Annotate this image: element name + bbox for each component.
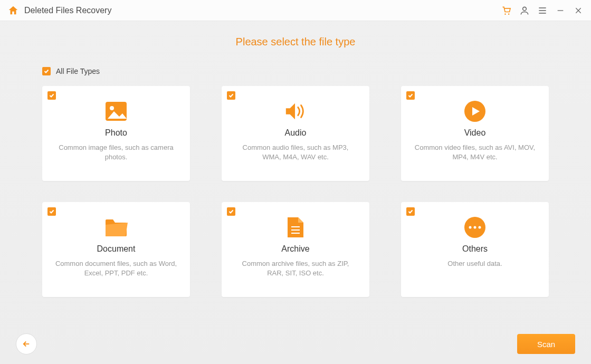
audio-icon (284, 100, 307, 123)
titlebar-actions (501, 5, 584, 16)
svg-point-17 (469, 226, 472, 229)
archive-checkbox[interactable] (227, 207, 235, 216)
card-archive[interactable]: Archive Common archive files, such as ZI… (222, 202, 369, 297)
all-types-label: All File Types (56, 67, 100, 75)
card-photo[interactable]: Photo Common image files, such as camera… (42, 86, 190, 181)
folder-icon (104, 216, 128, 239)
card-title: Document (97, 244, 136, 254)
svg-point-0 (504, 13, 506, 14)
all-types-checkbox[interactable] (42, 67, 51, 75)
card-video[interactable]: Video Common video files, such as AVI, M… (401, 86, 549, 181)
photo-checkbox[interactable] (47, 91, 56, 100)
svg-point-19 (479, 226, 481, 229)
file-type-grid: Photo Common image files, such as camera… (42, 86, 549, 297)
svg-point-1 (508, 13, 510, 14)
others-checkbox[interactable] (406, 207, 415, 216)
all-file-types-row[interactable]: All File Types (42, 67, 549, 75)
card-title: Archive (281, 244, 309, 254)
main-content: Please select the file type All File Typ… (0, 21, 591, 297)
document-checkbox[interactable] (47, 207, 56, 216)
photo-icon (104, 100, 128, 123)
svg-point-10 (110, 106, 114, 110)
svg-point-2 (523, 7, 527, 11)
card-title: Audio (285, 128, 307, 138)
card-desc: Common image files, such as camera photo… (42, 143, 190, 162)
card-desc: Common video files, such as AVI, MOV, MP… (401, 143, 549, 162)
heading: Please select the file type (42, 36, 549, 48)
audio-checkbox[interactable] (227, 91, 235, 100)
minimize-icon[interactable] (555, 5, 566, 16)
card-desc: Common audio files, such as MP3, WMA, M4… (222, 143, 369, 162)
card-desc: Other useful data. (435, 259, 514, 269)
footer: Scan (16, 333, 575, 355)
card-desc: Common document files, such as Word, Exc… (42, 259, 190, 278)
back-button[interactable] (16, 333, 37, 355)
card-title: Video (464, 128, 486, 138)
page-title: Deleted Files Recovery (24, 6, 501, 15)
video-icon (463, 100, 487, 123)
menu-icon[interactable] (537, 5, 548, 16)
user-icon[interactable] (519, 5, 530, 16)
file-icon (284, 216, 307, 239)
cart-icon[interactable] (501, 5, 512, 16)
card-title: Photo (105, 128, 127, 138)
close-icon[interactable] (573, 5, 584, 16)
more-icon (463, 216, 487, 239)
scan-button[interactable]: Scan (517, 334, 575, 354)
titlebar: Deleted Files Recovery (0, 0, 591, 21)
svg-point-18 (474, 226, 476, 229)
card-desc: Common archive files, such as ZIP, RAR, … (222, 259, 369, 278)
card-others[interactable]: Others Other useful data. (401, 202, 549, 297)
card-audio[interactable]: Audio Common audio files, such as MP3, W… (222, 86, 369, 181)
video-checkbox[interactable] (406, 91, 415, 100)
home-icon[interactable] (7, 5, 19, 16)
card-title: Others (462, 244, 488, 254)
card-document[interactable]: Document Common document files, such as … (42, 202, 190, 297)
